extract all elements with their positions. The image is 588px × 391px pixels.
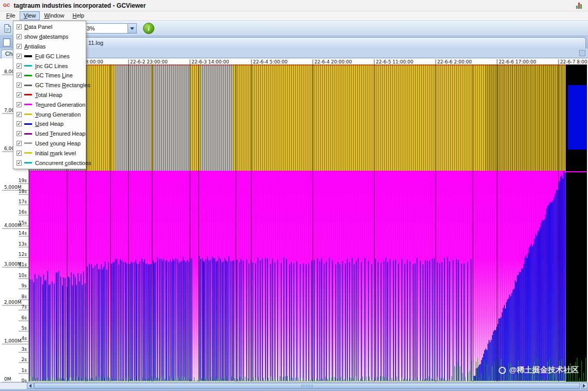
svg-text:18s: 18s — [19, 189, 27, 194]
checkbox-checked-icon: ✓ — [17, 92, 22, 97]
window-title: tagtraum industries incorporated - GCVie… — [14, 2, 146, 9]
horizontal-scrollbar[interactable] — [0, 382, 588, 389]
svg-text:0s: 0s — [22, 378, 27, 382]
svg-text:22-6-4 5:00:00: 22-6-4 5:00:00 — [253, 59, 288, 64]
svg-text:22-6-7 8:00:00: 22-6-7 8:00:00 — [560, 59, 588, 64]
line-color-swatch — [24, 133, 32, 135]
menu-item-used-young-heap[interactable]: ✓Used young Heap — [13, 139, 86, 149]
svg-text:2,000M: 2,000M — [4, 300, 22, 305]
svg-text:22-6-6 17:00:00: 22-6-6 17:00:00 — [499, 59, 536, 64]
checkbox-checked-icon: ✓ — [17, 112, 22, 117]
svg-text:11s: 11s — [19, 262, 27, 267]
info-button[interactable]: i — [143, 23, 154, 34]
menu-item-label: show datestamps — [24, 34, 69, 40]
menubar-item-view[interactable]: View — [20, 11, 40, 20]
chart-area[interactable]: 22-6-2 8:00:0022-6-2 23:00:0022-6-3 14:0… — [0, 58, 588, 382]
menu-item-label: Total Heap — [35, 92, 62, 98]
window-bottom-border — [0, 389, 588, 391]
menu-item-label: Used Heap — [35, 121, 63, 127]
checkbox-checked-icon: ✓ — [17, 151, 22, 156]
menubar-item-help[interactable]: Help — [69, 11, 89, 20]
menu-item-label: Used young Heap — [35, 140, 81, 146]
line-color-swatch — [24, 104, 32, 105]
checkbox-checked-icon: ✓ — [17, 73, 22, 78]
menu-item-label: Tenured Generation — [35, 102, 85, 108]
menu-item-antialias[interactable]: ✓Antialias — [13, 42, 86, 52]
arrow-right-icon — [583, 384, 587, 388]
gcviewer-window: GC tagtraum industries incorporated - GC… — [0, 0, 588, 391]
menu-item-show-datestamps[interactable]: ✓show datestamps — [13, 32, 86, 42]
svg-text:12s: 12s — [19, 252, 27, 257]
document-icon — [3, 38, 10, 46]
frame-control-button[interactable] — [579, 50, 585, 56]
checkbox-checked-icon: ✓ — [17, 63, 22, 69]
scrollbar-thumb[interactable] — [34, 383, 580, 389]
info-icon: i — [148, 25, 150, 32]
line-color-swatch — [24, 85, 32, 86]
document-tab[interactable]: 11.log — [13, 37, 586, 48]
svg-text:9s: 9s — [22, 283, 27, 288]
svg-text:4s: 4s — [22, 336, 27, 341]
svg-text:2s: 2s — [22, 357, 27, 362]
svg-text:3s: 3s — [22, 347, 27, 352]
menu-item-used-heap[interactable]: ✓Used Heap — [13, 119, 86, 129]
svg-text:22-6-3 14:00:00: 22-6-3 14:00:00 — [192, 59, 229, 64]
line-color-swatch — [24, 142, 32, 144]
svg-text:22-6-2 23:00:00: 22-6-2 23:00:00 — [130, 59, 168, 64]
menu-item-inc-gc-lines[interactable]: ✓Inc GC Lines — [13, 61, 86, 71]
scrollbar-inner — [27, 383, 587, 389]
checkbox-checked-icon: ✓ — [17, 102, 22, 107]
svg-text:16s: 16s — [19, 209, 27, 215]
svg-text:8s: 8s — [22, 294, 27, 299]
checkbox-checked-icon: ✓ — [17, 141, 22, 146]
svg-text:22-6-5 11:00:00: 22-6-5 11:00:00 — [376, 59, 414, 64]
scrollbar-track[interactable] — [34, 383, 581, 389]
watermark: @稀土掘金技术社区 — [499, 365, 579, 375]
zoom-combobox[interactable]: 3% — [83, 23, 137, 34]
menu-item-label: Initial mark level — [35, 150, 76, 156]
scroll-left-button[interactable] — [27, 383, 34, 389]
open-file-icon — [3, 24, 12, 33]
menu-bar: FileViewWindowHelp — [0, 11, 588, 21]
menu-item-label: Used Tenured Heap — [35, 131, 86, 137]
svg-text:6s: 6s — [22, 315, 27, 320]
line-color-swatch — [24, 123, 32, 125]
menu-item-gc-times-rectangles[interactable]: ✓GC Times Rectangles — [13, 80, 86, 90]
svg-text:1,000M: 1,000M — [4, 338, 22, 344]
menu-item-total-heap[interactable]: ✓Total Heap — [13, 90, 86, 100]
open-file-button[interactable] — [3, 23, 13, 34]
titlebar-chart-icon — [576, 2, 582, 9]
app-icon: GC — [3, 2, 10, 9]
menu-item-label: Data Panel — [24, 24, 52, 30]
arrow-left-icon — [27, 384, 31, 388]
svg-text:0M: 0M — [4, 377, 11, 382]
menu-item-label: Antialias — [24, 43, 46, 50]
menu-item-data-panel[interactable]: ✓Data Panel — [13, 22, 86, 32]
menu-item-initial-mark-level[interactable]: ✓Initial mark level — [13, 148, 86, 158]
svg-text:13s: 13s — [19, 241, 27, 247]
chevron-down-icon[interactable] — [128, 24, 136, 33]
menu-item-label: Young Generation — [35, 111, 81, 118]
scroll-right-button[interactable] — [581, 383, 587, 389]
menu-item-label: GC Times Line — [35, 72, 73, 78]
menu-item-full-gc-lines[interactable]: ✓Full GC Lines — [13, 51, 86, 61]
document-title: 11.log — [88, 40, 103, 46]
menubar-item-window[interactable]: Window — [40, 11, 68, 20]
menu-item-label: GC Times Rectangles — [35, 82, 90, 88]
line-color-swatch — [24, 162, 32, 164]
svg-text:22-6-4 20:00:00: 22-6-4 20:00:00 — [314, 59, 352, 64]
checkbox-checked-icon: ✓ — [17, 24, 22, 29]
checkbox-checked-icon: ✓ — [17, 44, 22, 49]
svg-text:1s: 1s — [22, 368, 27, 373]
menu-item-concurrent-collections[interactable]: ✓Concurrent collections — [13, 158, 86, 168]
menu-item-label: Full GC Lines — [35, 53, 70, 59]
checkbox-checked-icon: ✓ — [17, 160, 22, 166]
menu-item-tenured-generation[interactable]: ✓Tenured Generation — [13, 100, 86, 109]
menu-item-young-generation[interactable]: ✓Young Generation — [13, 109, 86, 119]
menubar-item-file[interactable]: File — [2, 11, 20, 20]
menu-item-gc-times-line[interactable]: ✓GC Times Line — [13, 71, 86, 80]
checkbox-checked-icon: ✓ — [17, 121, 22, 126]
view-tab-row: Chart — [0, 48, 588, 58]
gc-chart: 22-6-2 8:00:0022-6-2 23:00:0022-6-3 14:0… — [0, 58, 588, 382]
menu-item-used-tenured-heap[interactable]: ✓Used Tenured Heap — [13, 129, 86, 139]
